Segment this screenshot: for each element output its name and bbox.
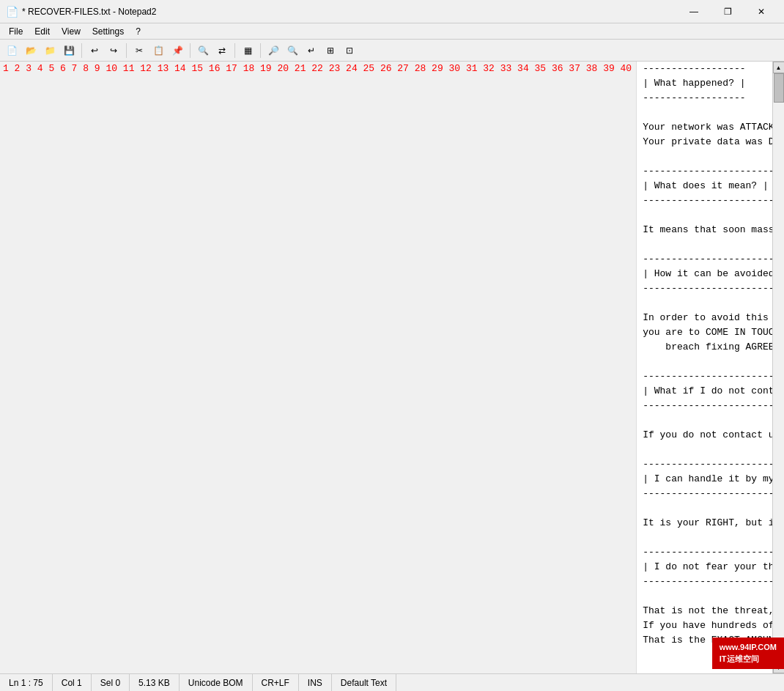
watermark-line1: www.94IP.COM <box>720 642 777 653</box>
tb-open2[interactable]: 📁 <box>41 42 59 59</box>
toolbar-separator-3 <box>190 43 191 58</box>
toolbar-separator-2 <box>126 43 127 58</box>
toolbar: 📄 📂 📁 💾 ↩ ↪ ✂ 📋 📌 🔍 ⇄ ▦ 🔎 🔍 ↵ ⊞ ⊡ <box>0 40 784 62</box>
window-controls: — ❐ ✕ <box>677 0 778 23</box>
minimize-button[interactable]: — <box>677 0 711 23</box>
toolbar-separator-4 <box>234 43 235 58</box>
scroll-track[interactable] <box>774 73 784 662</box>
status-size: 5.13 KB <box>130 674 180 691</box>
tb-wrap[interactable]: ↵ <box>303 42 320 59</box>
tb-find[interactable]: 🔍 <box>194 42 212 59</box>
menu-bar: File Edit View Settings ? <box>0 23 784 40</box>
scroll-up-button[interactable]: ▲ <box>773 62 785 73</box>
tb-new[interactable]: 📄 <box>3 42 21 59</box>
tb-paste[interactable]: 📌 <box>169 42 186 59</box>
line-numbers: 1 2 3 4 5 6 7 8 9 10 11 12 13 14 15 16 1… <box>0 62 637 673</box>
tb-extra2[interactable]: ⊡ <box>341 42 358 59</box>
close-button[interactable]: ✕ <box>744 0 778 23</box>
code-area[interactable]: ------------------ | What happened? | --… <box>637 62 772 673</box>
tb-undo[interactable]: ↩ <box>86 42 103 59</box>
tb-extra1[interactable]: ⊞ <box>322 42 339 59</box>
menu-edit[interactable]: Edit <box>29 25 56 38</box>
tb-zoomout[interactable]: 🔍 <box>284 42 301 59</box>
maximize-button[interactable]: ❐ <box>711 0 744 23</box>
scroll-thumb[interactable] <box>774 73 784 103</box>
menu-view[interactable]: View <box>56 25 86 38</box>
tb-zoomin[interactable]: 🔎 <box>265 42 282 59</box>
status-bar: Ln 1 : 75 Col 1 Sel 0 5.13 KB Unicode BO… <box>0 673 784 691</box>
status-lineend: CR+LF <box>253 674 299 691</box>
tb-redo[interactable]: ↪ <box>105 42 122 59</box>
tb-save[interactable]: 💾 <box>60 42 78 59</box>
toolbar-separator-5 <box>260 43 261 58</box>
menu-file[interactable]: File <box>3 25 29 38</box>
status-style: Default Text <box>332 674 396 691</box>
window-title: * RECOVER-FILES.txt - Notepad2 <box>22 7 156 17</box>
watermark-line2: IT运维空间 <box>720 654 777 665</box>
status-encoding: Unicode BOM <box>180 674 253 691</box>
title-bar-left: 📄 * RECOVER-FILES.txt - Notepad2 <box>6 6 156 18</box>
title-bar: 📄 * RECOVER-FILES.txt - Notepad2 — ❐ ✕ <box>0 0 784 23</box>
status-position: Ln 1 : 75 <box>6 674 53 691</box>
tb-open[interactable]: 📂 <box>22 42 40 59</box>
app-icon: 📄 <box>6 6 18 18</box>
watermark: www.94IP.COM IT运维空间 <box>712 638 784 669</box>
toolbar-separator-1 <box>81 43 82 58</box>
menu-settings[interactable]: Settings <box>86 25 130 38</box>
tb-copy[interactable]: 📋 <box>149 42 167 59</box>
status-ins: INS <box>299 674 332 691</box>
tb-cut[interactable]: ✂ <box>130 42 148 59</box>
vertical-scrollbar[interactable]: ▲ ▼ <box>772 62 784 673</box>
status-sel: Sel 0 <box>92 674 130 691</box>
tb-view[interactable]: ▦ <box>239 42 256 59</box>
menu-help[interactable]: ? <box>130 25 147 38</box>
editor-content: 1 2 3 4 5 6 7 8 9 10 11 12 13 14 15 16 1… <box>0 62 772 673</box>
tb-replace[interactable]: ⇄ <box>213 42 231 59</box>
status-col: Col 1 <box>53 674 92 691</box>
editor-container: 1 2 3 4 5 6 7 8 9 10 11 12 13 14 15 16 1… <box>0 62 784 673</box>
